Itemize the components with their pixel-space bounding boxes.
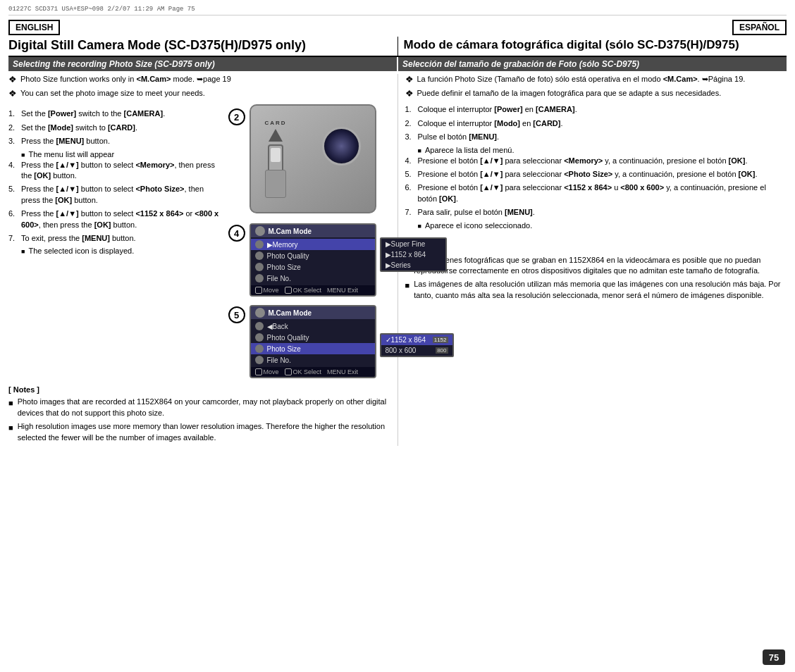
menu4-container: M.Cam Mode ▶Memory Photo Qu xyxy=(249,220,376,297)
title-row: Digital Still Camera Mode (SC-D375(H)/D9… xyxy=(8,37,787,57)
es-step-7-sub: ■ Aparece el icono seleccionado. xyxy=(418,221,787,230)
step-text-4: Press the [▲/▼] button to select <Memory… xyxy=(21,160,223,182)
menu5-row-3[interactable]: File No. xyxy=(251,354,375,366)
note-sq-icon-es-2: ■ xyxy=(405,280,410,291)
es-step-3-sub: ■ Aparece la lista del menú. xyxy=(418,146,787,154)
en-bullet-1-text: Photo Size function works only in <M.Cam… xyxy=(20,74,231,85)
es-step-6: 6. Presione el botón [▲/▼] para seleccio… xyxy=(405,182,787,204)
section-header-es: Selección del tamaño de grabación de Fot… xyxy=(398,57,787,71)
menu-screen-4: M.Cam Mode ▶Memory Photo Qu xyxy=(249,223,376,297)
menu5-row-0[interactable]: ◀Back xyxy=(251,321,375,332)
menu5-footer: Move OK Select MENU Exit xyxy=(251,367,375,377)
menu5-row-2[interactable]: Photo Size xyxy=(251,343,375,354)
menu5-row-1[interactable]: Photo Quality xyxy=(251,332,375,343)
camera-icon-5 xyxy=(255,308,265,318)
menu5-title-bar: M.Cam Mode xyxy=(251,306,375,319)
menu4-row-3[interactable]: File No. xyxy=(251,273,375,284)
notes-en: [ Notes ] ■ Photo images that are record… xyxy=(8,385,390,443)
en-bullet-2: ❖ You can set the photo image size to me… xyxy=(8,88,390,100)
note-es-2: ■ Las imágenes de alta resolución utiliz… xyxy=(405,279,787,301)
menu4-title: M.Cam Mode xyxy=(269,228,312,235)
menu5-row-label-3: File No. xyxy=(267,356,291,364)
step-text-3: Press the [MENU] button. xyxy=(21,136,223,147)
es-bullet-2-text: Puede definir el tamaño de la imagen fot… xyxy=(417,88,722,99)
en-step-7-sub-text: The selected icon is displayed. xyxy=(28,247,134,255)
notes-es-title: [ Notas ] xyxy=(405,244,787,252)
menu4-row-icon-2 xyxy=(255,263,264,271)
ok-btn-icon xyxy=(285,287,292,294)
es-step-text-2: Coloque el interruptor [Modo] en [CARD]. xyxy=(418,118,787,129)
submenu5-row-0: ✓1152 x 864 1152 xyxy=(381,335,452,345)
up-arrow-icon xyxy=(269,129,283,142)
step-num-7: 7. xyxy=(8,233,21,244)
menu5-footer-ok: OK Select xyxy=(285,368,322,375)
sq-bullet-icon: ■ xyxy=(21,151,25,158)
es-step-text-4: Presione el botón [▲/▼] para seleccionar… xyxy=(418,156,787,166)
menu5-row: 5 M.Cam Mode xyxy=(228,302,390,378)
menu4-title-bar: M.Cam Mode xyxy=(251,225,375,237)
menu4-move-label: Move xyxy=(264,287,279,294)
en-step-7: 7. To exit, press the [MENU] button. xyxy=(8,233,223,244)
menu4-row-label-2: Photo Size xyxy=(267,263,301,271)
note-en-2-text: High resolution images use more memory t… xyxy=(18,421,390,443)
es-step-text-1: Coloque el interruptor [Power] en [CAMER… xyxy=(418,104,787,115)
header-bar: 01227C SCD371 USA+ESP~098 2/2/07 11:29 A… xyxy=(8,6,787,15)
es-step-text-7: Para salir, pulse el botón [MENU]. xyxy=(418,207,787,218)
step-text-7: To exit, press the [MENU] button. xyxy=(21,233,223,244)
es-step-2: 2. Coloque el interruptor [Modo] en [CAR… xyxy=(405,118,787,129)
menu-screen-5: M.Cam Mode ◀Back Photo Qual xyxy=(249,305,376,378)
note-es-2-text: Las imágenes de alta resolución utilizan… xyxy=(414,279,787,301)
move-btn-icon-5 xyxy=(255,368,262,375)
lang-en-label: ENGLISH xyxy=(8,20,60,35)
menu5-row-icon-2 xyxy=(255,344,264,353)
es-step-text-5: Presione el botón [▲/▼] para seleccionar… xyxy=(418,169,787,180)
es-bullet-2: ❖ Puede definir el tamaño de la imagen f… xyxy=(405,88,787,100)
menu5-row-label-2: Photo Size xyxy=(267,345,301,353)
menu4-row-0[interactable]: ▶Memory xyxy=(251,239,375,250)
step-num-1: 1. xyxy=(8,108,21,119)
menu5-footer-menu: MENU Exit xyxy=(327,368,358,375)
card-label: CARD xyxy=(265,120,287,126)
en-step-7-sub: ■ The selected icon is displayed. xyxy=(21,247,223,255)
notes-en-title: [ Notes ] xyxy=(8,385,390,394)
menu4-row-label-0: ▶Memory xyxy=(267,241,298,249)
en-step-3-sub: ■ The menu list will appear xyxy=(21,150,223,158)
bullet-diamond-icon-es-2: ❖ xyxy=(405,87,414,100)
menu4-row-2[interactable]: Photo Size xyxy=(251,261,375,273)
es-step-7: 7. Para salir, pulse el botón [MENU]. xyxy=(405,207,787,218)
title-es: Modo de cámara fotográfica digital (sólo… xyxy=(398,37,787,56)
menu5-submenu: ✓1152 x 864 1152 800 x 600 800 xyxy=(380,333,454,357)
es-step-text-6: Presione el botón [▲/▼] para seleccionar… xyxy=(418,182,787,204)
menu5-container: M.Cam Mode ◀Back Photo Qual xyxy=(249,302,376,378)
camera-icon xyxy=(255,226,265,236)
menu5-rows: ◀Back Photo Quality Photo Size xyxy=(251,319,375,367)
note-es-1: ■ Las imágenes fotográficas que se graba… xyxy=(405,255,787,277)
es-bullet-1: ❖ La función Photo Size (Tamaño de foto)… xyxy=(405,74,787,86)
en-step-2: 2. Set the [Mode] switch to [CARD]. xyxy=(8,123,223,133)
menu5-row-label-0: ◀Back xyxy=(267,323,288,330)
en-step-1: 1. Set the [Power] switch to the [CAMERA… xyxy=(8,108,223,119)
menu4-row-label-1: Photo Quality xyxy=(267,252,309,260)
menu4-row-1[interactable]: Photo Quality xyxy=(251,250,375,261)
sq-bullet-icon-es-7: ■ xyxy=(418,223,421,230)
camera-diagram-row: 2 CARD xyxy=(228,104,390,213)
submenu4-row-1: ▶1152 x 864 xyxy=(381,249,445,260)
en-bullet-2-text: You can set the photo image size to meet… xyxy=(20,88,205,99)
step-num-2: 2. xyxy=(8,123,21,133)
note-en-1-text: Photo images that are recorded at 1152X8… xyxy=(18,397,390,418)
es-step-text-3: Pulse el botón [MENU]. xyxy=(418,132,787,142)
step-text-5: Press the [▲/▼] button to select <Photo … xyxy=(21,184,223,206)
es-step-5: 5. Presione el botón [▲/▼] para seleccio… xyxy=(405,169,787,180)
move-btn-icon xyxy=(255,287,262,294)
bullet-diamond-icon-es-1: ❖ xyxy=(405,73,414,86)
menu4-footer-move: Move xyxy=(255,287,279,294)
es-bullets: ❖ La función Photo Size (Tamaño de foto)… xyxy=(405,74,787,100)
menu5-move-label: Move xyxy=(264,368,279,375)
sq-bullet-icon-2: ■ xyxy=(21,248,25,255)
menu5-row-icon-1 xyxy=(255,333,264,342)
menu5-row-label-1: Photo Quality xyxy=(267,334,309,342)
col-right: ❖ La función Photo Size (Tamaño de foto)… xyxy=(398,74,787,446)
menu5-row-icon-3 xyxy=(255,356,264,364)
title-en: Digital Still Camera Mode (SC-D375(H)/D9… xyxy=(8,37,398,56)
sq-bullet-icon-es: ■ xyxy=(418,147,421,154)
